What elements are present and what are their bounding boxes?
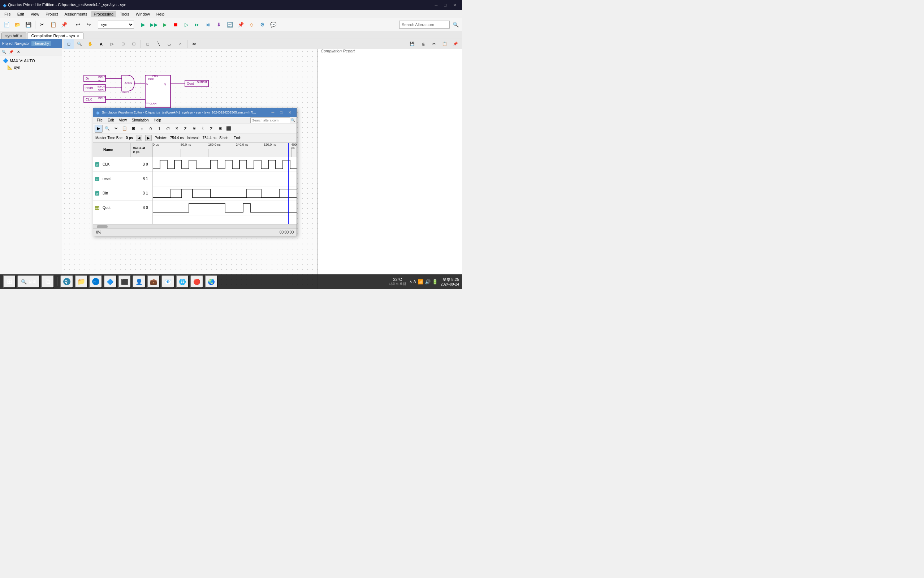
stop-button[interactable]: ⏹ — [170, 19, 181, 30]
project-item[interactable]: 📐 syn — [2, 64, 60, 70]
app3-taskbar-btn[interactable]: 👤 — [133, 275, 146, 288]
device-item[interactable]: 🔷 MAX V: AUTO — [2, 57, 60, 64]
timebar-prev-btn[interactable]: ◀ — [136, 135, 142, 141]
start-fitter-button[interactable]: ▶ — [160, 19, 170, 30]
menu-help[interactable]: Help — [154, 11, 168, 17]
menu-processing[interactable]: Processing — [91, 11, 117, 17]
sim-arb-btn[interactable]: ≋ — [190, 125, 198, 133]
minimize-button[interactable]: ─ — [432, 3, 441, 8]
menu-window[interactable]: Window — [133, 11, 153, 17]
copy-button[interactable]: 📋 — [48, 19, 58, 30]
project-combo[interactable]: syn — [98, 21, 134, 29]
sim-scrollbar[interactable] — [93, 224, 296, 229]
sim-count-btn[interactable]: Σ — [207, 125, 215, 133]
settings-button[interactable]: ⚙ — [257, 19, 267, 30]
reset-signal-name[interactable]: reset — [101, 177, 138, 181]
bdf-port-btn[interactable]: ▷ — [107, 39, 117, 49]
sim-wave-btn[interactable]: ⌇ — [199, 125, 207, 133]
sim-minimize-btn[interactable]: ─ — [269, 110, 277, 115]
bdf-more-btn[interactable]: ≫ — [189, 39, 199, 49]
taskview-button[interactable]: ⧉ — [41, 275, 54, 288]
sim-zoom-in-btn[interactable]: 🔍 — [103, 125, 111, 133]
resource-button[interactable]: ◇ — [246, 19, 256, 30]
app1-taskbar-btn[interactable]: 🔷 — [104, 275, 117, 288]
explorer-taskbar-btn[interactable]: 📁 — [75, 275, 88, 288]
start-button[interactable]: ⊞ — [3, 275, 16, 288]
sim-maximize-btn[interactable]: □ — [278, 110, 285, 115]
bdf-line-btn[interactable]: ╲ — [154, 39, 163, 49]
sim-pointer-btn[interactable]: ▶ — [95, 125, 103, 133]
sim-menu-simulation[interactable]: Simulation — [129, 118, 151, 123]
step-button[interactable]: ⏯ — [203, 19, 213, 30]
app7-taskbar-btn[interactable]: 🔴 — [190, 275, 203, 288]
tab-compilation-report[interactable]: Compilation Report - syn ✕ — [27, 32, 83, 39]
redo-button[interactable]: ↪ — [84, 19, 94, 30]
tray-wifi-icon[interactable]: 📶 — [417, 279, 423, 284]
bdf-text-btn[interactable]: A — [96, 39, 106, 49]
menu-edit[interactable]: Edit — [15, 11, 27, 17]
sim-one-btn[interactable]: 1 — [155, 125, 163, 133]
paste-button[interactable]: 📌 — [59, 19, 69, 30]
bdf-wire-btn[interactable]: ⊞ — [118, 39, 128, 49]
bdf-move-btn[interactable]: ✋ — [85, 39, 95, 49]
app5-taskbar-btn[interactable]: 📧 — [162, 275, 175, 288]
bdf-copy2-btn[interactable]: 📋 — [440, 39, 450, 49]
menu-file[interactable]: File — [2, 11, 14, 17]
din-signal-name[interactable]: Din — [101, 191, 138, 195]
sim-waveform-area[interactable]: 0 ps80,0 ns160,0 ns240,0 ns320,0 ns400,0… — [153, 143, 296, 224]
edge-taskbar-btn[interactable]: e — [89, 275, 102, 288]
tray-battery-icon[interactable]: 🔋 — [432, 279, 438, 284]
program-button[interactable]: ⬇ — [214, 19, 224, 30]
app6-taskbar-btn[interactable]: 🌐 — [176, 275, 189, 288]
menu-tools[interactable]: Tools — [117, 11, 132, 17]
sim-search-btn[interactable]: 🔍 — [291, 118, 295, 122]
close-button[interactable]: ✕ — [450, 3, 459, 8]
sim-menu-edit[interactable]: Edit — [105, 118, 116, 123]
new-button[interactable]: 📄 — [2, 19, 11, 30]
panel-search-btn[interactable]: 🔍 — [1, 49, 7, 55]
start-analysis-button[interactable]: ▶▶ — [149, 19, 159, 30]
search-input[interactable] — [399, 21, 450, 29]
bdf-paste2-btn[interactable]: 📌 — [450, 39, 461, 49]
bdf-zoom-btn[interactable]: 🔍 — [74, 39, 84, 49]
bdf-cut2-btn[interactable]: ✂ — [429, 39, 439, 49]
sim-search-input[interactable] — [250, 117, 290, 123]
sim-cut-btn[interactable]: ✂ — [112, 125, 120, 133]
panel-pin-btn[interactable]: 📌 — [8, 49, 15, 55]
bdf-ellipse-btn[interactable]: ○ — [175, 39, 185, 49]
fast-forward-button[interactable]: ⏭ — [192, 19, 202, 30]
sim-snap-btn[interactable]: ⊞ — [129, 125, 137, 133]
bdf-save-btn[interactable]: 💾 — [407, 39, 417, 49]
clk-signal-name[interactable]: CLK — [101, 162, 138, 166]
sim-menu-file[interactable]: File — [95, 118, 105, 123]
bdf-select-btn[interactable]: ◻ — [63, 39, 74, 49]
hierarchy-tab[interactable]: Hierarchy — [31, 41, 51, 46]
tab-compilation-close[interactable]: ✕ — [76, 34, 79, 38]
pin-planner-button[interactable]: 📌 — [236, 19, 246, 30]
save-button[interactable]: 💾 — [23, 19, 33, 30]
bdf-bus-btn[interactable]: ⊟ — [129, 39, 139, 49]
app2-taskbar-btn[interactable]: ⬛ — [118, 275, 131, 288]
bdf-arc-btn[interactable]: ◡ — [164, 39, 175, 49]
app4-taskbar-btn[interactable]: 💼 — [147, 275, 160, 288]
qout-signal-name[interactable]: Qout — [101, 206, 138, 209]
timebar-next-btn[interactable]: ▶ — [145, 135, 152, 141]
undo-button[interactable]: ↩ — [73, 19, 83, 30]
menu-view[interactable]: View — [28, 11, 42, 17]
chat-button[interactable]: 💬 — [268, 19, 278, 30]
sim-clk-btn[interactable]: ⏱ — [164, 125, 172, 133]
bdf-rect-btn[interactable]: □ — [143, 39, 153, 49]
search-button[interactable]: 🔍 — [450, 19, 461, 30]
tray-up-icon[interactable]: ∧ — [409, 279, 412, 284]
tray-font-icon[interactable]: A — [414, 279, 416, 284]
app8-taskbar-btn[interactable]: 🌏 — [205, 275, 218, 288]
sim-copy-btn[interactable]: 📋 — [121, 125, 129, 133]
ip-button[interactable]: 🔄 — [225, 19, 235, 30]
sim-menu-view[interactable]: View — [117, 118, 129, 123]
sim-menu-help[interactable]: Help — [152, 118, 163, 123]
run-sim-button[interactable]: ▷ — [181, 19, 191, 30]
sim-x-btn[interactable]: ✕ — [173, 125, 181, 133]
sim-grid-btn[interactable]: ⊞ — [216, 125, 224, 133]
search-button-taskbar[interactable]: 🔍 검색 — [17, 275, 40, 288]
sim-inv-btn[interactable]: ↕ — [138, 125, 146, 133]
